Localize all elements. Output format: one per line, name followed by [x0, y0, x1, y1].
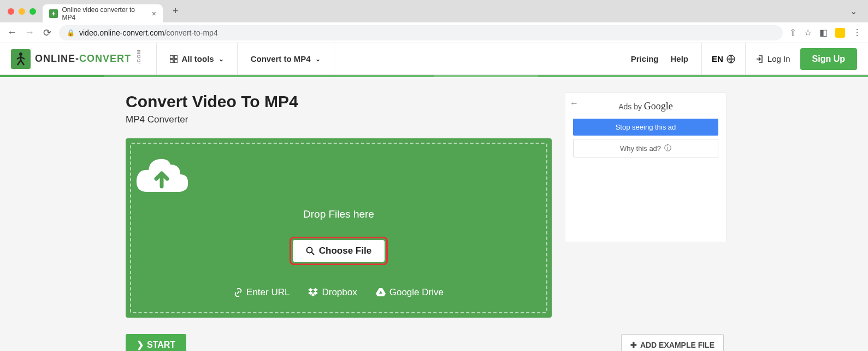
start-label: START: [147, 340, 175, 350]
extension-icon[interactable]: [835, 28, 845, 38]
bookmark-icon[interactable]: ☆: [804, 27, 812, 38]
chevron-down-icon: ⌄: [315, 55, 321, 63]
dropbox-icon: [308, 288, 318, 297]
pricing-link[interactable]: Pricing: [628, 54, 662, 63]
language-label: EN: [712, 54, 723, 63]
browser-tab[interactable]: Online video converter to MP4 ×: [43, 4, 163, 22]
chevron-down-icon: ⌄: [219, 55, 224, 63]
logo-text: ONLINE-CONVERT.COM: [35, 53, 146, 65]
cloud-upload-icon: [131, 158, 546, 201]
tab-favicon: [49, 9, 58, 18]
url-domain: video.online-convert.com: [79, 28, 164, 37]
choose-file-highlight: Choose File: [290, 237, 388, 265]
tab-title: Online video converter to MP4: [62, 6, 147, 21]
svg-point-6: [306, 248, 312, 253]
ad-back-icon[interactable]: ←: [570, 98, 578, 108]
dropbox-button[interactable]: Dropbox: [308, 287, 357, 298]
page-subtitle: MP4 Converter: [126, 114, 552, 125]
grid-icon: [170, 55, 178, 63]
drop-files-label: Drop Files here: [131, 208, 546, 220]
google-drive-icon: [376, 288, 386, 297]
ad-panel: ← Ads by Google Stop seeing this ad Why …: [565, 92, 727, 242]
globe-icon: [727, 55, 735, 63]
convert-to-menu[interactable]: Convert to MP4 ⌄: [247, 54, 324, 63]
window-close-button[interactable]: [8, 8, 14, 15]
language-selector[interactable]: EN: [712, 54, 735, 63]
browser-tab-bar: Online video converter to MP4 × + ⌄: [0, 0, 868, 22]
window-maximize-button[interactable]: [29, 8, 36, 15]
chevron-right-icon: ❯: [137, 340, 144, 350]
menu-icon[interactable]: ⋮: [853, 27, 861, 38]
link-icon: [234, 288, 243, 297]
tab-close-icon[interactable]: ×: [152, 9, 156, 18]
tabs-dropdown-icon[interactable]: ⌄: [850, 6, 857, 16]
panel-icon[interactable]: ◧: [819, 27, 828, 38]
back-button[interactable]: ←: [7, 27, 17, 38]
logo-icon: [11, 49, 31, 69]
ad-header: Ads by Google: [573, 101, 718, 112]
forward-button[interactable]: →: [24, 27, 35, 38]
choose-file-label: Choose File: [319, 245, 371, 256]
ad-why-button[interactable]: Why this ad? ⓘ: [573, 139, 718, 157]
url-path: /convert-to-mp4: [164, 28, 218, 37]
all-tools-label: All tools: [182, 54, 214, 63]
help-link[interactable]: Help: [667, 54, 692, 63]
main-content: Convert Video To MP4 MP4 Converter Drop …: [0, 77, 868, 351]
file-drop-zone[interactable]: Drop Files here Choose File Enter: [126, 138, 552, 318]
info-icon: ⓘ: [664, 143, 671, 153]
site-header: ONLINE-CONVERT.COM All tools ⌄ Convert t…: [0, 43, 868, 75]
window-controls: [8, 8, 36, 15]
dropbox-label: Dropbox: [322, 287, 357, 298]
ad-stop-button[interactable]: Stop seeing this ad: [573, 119, 718, 136]
browser-toolbar: ← → ⟳ 🔒 video.online-convert.com/convert…: [0, 22, 868, 43]
search-icon: [306, 247, 315, 255]
plus-icon: ✚: [630, 341, 637, 349]
convert-to-label: Convert to MP4: [251, 54, 311, 63]
window-minimize-button[interactable]: [19, 8, 25, 15]
site-logo[interactable]: ONLINE-CONVERT.COM: [11, 49, 146, 69]
google-drive-button[interactable]: Google Drive: [376, 287, 444, 298]
share-icon[interactable]: ⇧: [789, 27, 796, 38]
reload-button[interactable]: ⟳: [42, 27, 52, 39]
login-icon: [755, 55, 764, 63]
svg-rect-2: [174, 55, 178, 58]
svg-point-0: [19, 52, 22, 56]
start-button[interactable]: ❯ START: [126, 334, 186, 351]
add-example-label: ADD EXAMPLE FILE: [640, 341, 715, 349]
new-tab-button[interactable]: +: [173, 5, 179, 17]
all-tools-menu[interactable]: All tools ⌄: [167, 54, 227, 63]
add-example-file-button[interactable]: ✚ ADD EXAMPLE FILE: [621, 334, 724, 351]
signup-button[interactable]: Sign Up: [800, 48, 857, 70]
lock-icon: 🔒: [67, 29, 75, 37]
enter-url-label: Enter URL: [246, 287, 290, 298]
login-button[interactable]: Log In: [755, 54, 790, 63]
login-label: Log In: [767, 54, 790, 63]
url-bar[interactable]: 🔒 video.online-convert.com/convert-to-mp…: [59, 25, 783, 40]
browser-toolbar-icons: ⇧ ☆ ◧ ⋮: [789, 27, 861, 38]
svg-rect-4: [174, 60, 178, 63]
enter-url-button[interactable]: Enter URL: [234, 287, 290, 298]
choose-file-button[interactable]: Choose File: [293, 240, 385, 262]
svg-rect-1: [170, 55, 173, 58]
svg-rect-3: [170, 60, 173, 63]
page-title: Convert Video To MP4: [126, 92, 552, 111]
google-drive-label: Google Drive: [389, 287, 444, 298]
